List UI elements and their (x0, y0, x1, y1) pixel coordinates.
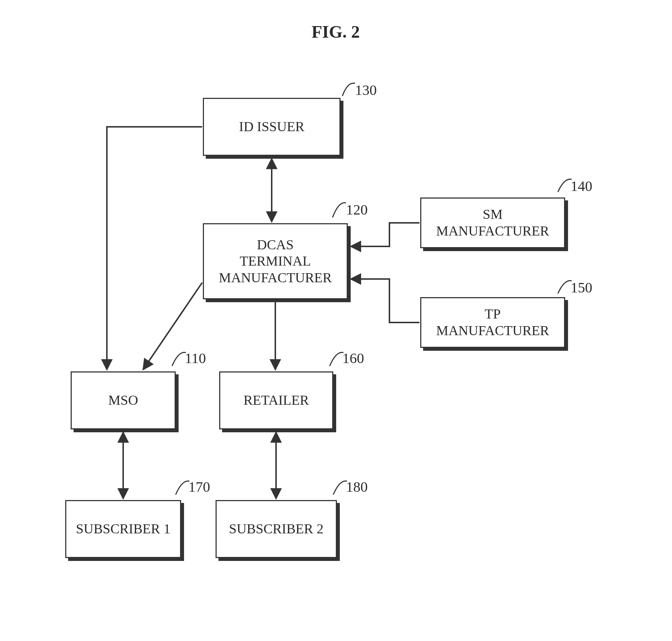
node-tp-manufacturer: TPMANUFACTURER (420, 297, 565, 348)
ref-retailer: 160 (342, 350, 364, 367)
node-dcas-terminal-manufacturer: DCASTERMINALMANUFACTURER (203, 223, 348, 299)
node-label: SUBSCRIBER 2 (229, 521, 324, 537)
leader-120 (333, 203, 346, 218)
ref-id-issuer: 130 (355, 82, 377, 99)
leader-170 (176, 481, 189, 495)
leader-150 (558, 280, 572, 294)
ref-sm-mfr: 140 (571, 178, 592, 195)
edge-tp-dcas (351, 279, 420, 322)
leader-160 (330, 352, 343, 366)
node-subscriber-2: SUBSCRIBER 2 (216, 500, 337, 558)
node-sm-manufacturer: SMMANUFACTURER (420, 197, 565, 248)
node-id-issuer: ID ISSUER (203, 98, 341, 156)
ref-tp-mfr: 150 (571, 279, 592, 296)
leader-130 (342, 83, 355, 96)
figure-canvas: FIG. 2 ID ISSUER 130 DCASTERMINALMANUFAC… (0, 0, 672, 641)
leader-180 (333, 481, 347, 495)
leader-140 (558, 179, 572, 192)
leader-110 (172, 352, 186, 366)
ref-dcas: 120 (346, 201, 368, 218)
edge-idissuer-mso (107, 127, 202, 370)
ref-sub1: 170 (188, 478, 210, 495)
node-label: DCASTERMINALMANUFACTURER (219, 237, 332, 286)
node-mso: MSO (71, 371, 176, 429)
ref-mso: 110 (185, 350, 206, 367)
node-label: SUBSCRIBER 1 (76, 521, 171, 537)
node-label: ID ISSUER (239, 118, 305, 135)
edge-sm-dcas (351, 223, 420, 246)
node-label: TPMANUFACTURER (436, 306, 549, 339)
node-retailer: RETAILER (219, 371, 333, 429)
node-label: MSO (108, 392, 138, 409)
node-subscriber-1: SUBSCRIBER 1 (65, 500, 181, 558)
figure-title: FIG. 2 (312, 22, 360, 42)
node-label: SMMANUFACTURER (436, 206, 549, 239)
ref-sub2: 180 (346, 478, 368, 495)
node-label: RETAILER (243, 392, 309, 409)
